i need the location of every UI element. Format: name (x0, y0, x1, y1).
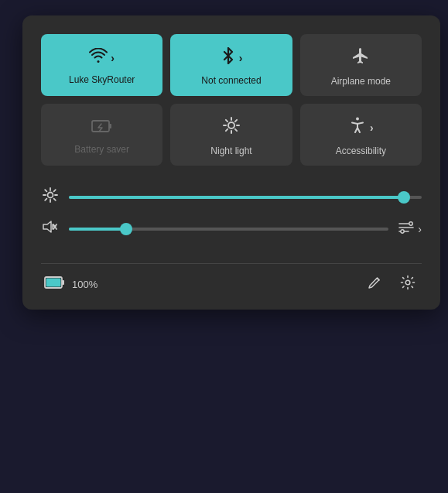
edit-button[interactable] (364, 272, 385, 296)
volume-slider[interactable] (69, 228, 388, 231)
battery-status-icon (44, 276, 66, 293)
night-light-label: Night light (204, 146, 258, 166)
battery-saver-icon (91, 118, 113, 138)
svg-line-9 (226, 129, 227, 131)
accessibility-tile[interactable]: › Accessibility (300, 104, 422, 166)
svg-line-18 (54, 199, 56, 200)
airplane-tile[interactable]: Airplane mode (300, 34, 422, 96)
svg-line-17 (45, 190, 46, 191)
accessibility-label: Accessibility (330, 146, 392, 166)
bluetooth-label: Not connected (195, 75, 267, 95)
svg-line-20 (54, 190, 56, 191)
battery-saver-tile[interactable]: Battery saver (41, 104, 162, 166)
volume-settings-icon (398, 221, 415, 238)
volume-thumb[interactable] (120, 223, 132, 235)
night-light-tile-icon-row (213, 104, 250, 146)
brightness-slider-row (41, 187, 422, 207)
wifi-tile[interactable]: › Luke SkyRouter (41, 34, 162, 96)
bluetooth-tile[interactable]: › Not connected (170, 34, 292, 96)
wifi-chevron-icon[interactable]: › (111, 52, 115, 64)
svg-point-31 (401, 229, 404, 232)
bluetooth-icon (221, 47, 236, 69)
volume-chevron-icon[interactable]: › (418, 223, 422, 235)
svg-rect-34 (62, 280, 64, 285)
brightness-fill (69, 196, 404, 199)
bluetooth-chevron-icon[interactable]: › (239, 52, 243, 64)
svg-rect-1 (109, 124, 111, 128)
svg-point-2 (228, 122, 234, 128)
bluetooth-tile-icon-row: › (211, 35, 252, 75)
bottom-bar: 100% (41, 263, 422, 297)
svg-rect-33 (46, 279, 61, 287)
volume-slider-row: › (41, 219, 422, 238)
svg-point-30 (409, 221, 412, 224)
battery-info: 100% (44, 276, 97, 293)
wifi-label: Luke SkyRouter (63, 74, 141, 94)
settings-button[interactable] (397, 272, 419, 297)
bottom-actions (364, 272, 419, 297)
wifi-tile-icon-row: › (80, 36, 124, 74)
battery-percent: 100% (72, 279, 97, 290)
brightness-icon (41, 187, 60, 207)
svg-line-7 (226, 120, 227, 122)
tiles-grid: › Luke SkyRouter › Not connected (41, 34, 422, 166)
volume-extra-button[interactable]: › (398, 221, 422, 238)
brightness-thumb[interactable] (398, 191, 410, 204)
sliders-section: › (41, 178, 422, 257)
brightness-slider[interactable] (69, 196, 422, 199)
night-light-tile[interactable]: Night light (170, 104, 292, 166)
svg-point-12 (48, 193, 53, 198)
accessibility-icon (348, 116, 367, 139)
accessibility-chevron-icon[interactable]: › (370, 122, 374, 134)
quick-settings-panel: › Luke SkyRouter › Not connected (22, 15, 440, 310)
volume-icon (41, 219, 60, 238)
svg-point-35 (405, 280, 410, 285)
svg-marker-21 (43, 221, 51, 232)
battery-saver-tile-icon-row (82, 106, 122, 144)
night-light-icon (222, 116, 241, 139)
accessibility-tile-icon-row: › (339, 104, 383, 146)
airplane-tile-icon-row (342, 34, 379, 76)
svg-line-10 (235, 120, 237, 122)
svg-line-8 (235, 129, 237, 131)
svg-line-19 (45, 199, 46, 200)
battery-saver-label: Battery saver (68, 144, 135, 164)
volume-fill (69, 228, 126, 231)
svg-point-11 (356, 118, 359, 121)
wifi-icon (89, 48, 108, 68)
airplane-label: Airplane mode (325, 76, 397, 96)
airplane-icon (351, 46, 370, 70)
